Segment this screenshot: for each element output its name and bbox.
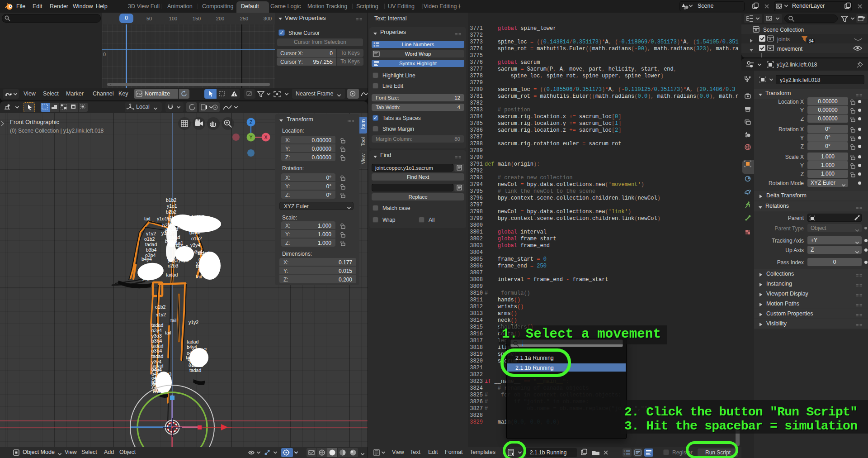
- svg-text:2: 2: [623, 453, 625, 456]
- svg-text:1: 1: [623, 450, 625, 453]
